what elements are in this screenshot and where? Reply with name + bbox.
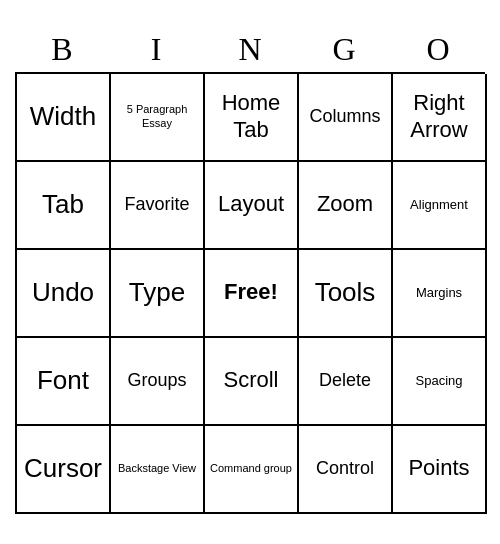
bingo-cell-r2-c4: Margins — [393, 250, 487, 338]
bingo-cell-r4-c3: Control — [299, 426, 393, 514]
cell-text-r4-c4: Points — [408, 455, 469, 481]
cell-text-r3-c0: Font — [37, 365, 89, 396]
bingo-cell-r3-c4: Spacing — [393, 338, 487, 426]
header-letter-o: O — [393, 31, 483, 68]
bingo-cell-r2-c2: Free! — [205, 250, 299, 338]
cell-text-r0-c3: Columns — [309, 106, 380, 128]
cell-text-r2-c2: Free! — [224, 279, 278, 305]
bingo-cell-r0-c3: Columns — [299, 74, 393, 162]
cell-text-r2-c1: Type — [129, 277, 185, 308]
bingo-cell-r3-c3: Delete — [299, 338, 393, 426]
cell-text-r0-c4: Right Arrow — [397, 90, 481, 143]
bingo-card: BINGO Width5 Paragraph EssayHome TabColu… — [15, 31, 485, 514]
bingo-cell-r1-c1: Favorite — [111, 162, 205, 250]
bingo-grid: Width5 Paragraph EssayHome TabColumnsRig… — [15, 72, 485, 514]
bingo-cell-r4-c1: Backstage View — [111, 426, 205, 514]
bingo-cell-r1-c4: Alignment — [393, 162, 487, 250]
cell-text-r1-c3: Zoom — [317, 191, 373, 217]
cell-text-r4-c2: Command group — [210, 462, 292, 475]
bingo-cell-r2-c1: Type — [111, 250, 205, 338]
bingo-cell-r4-c0: Cursor — [17, 426, 111, 514]
cell-text-r1-c1: Favorite — [124, 194, 189, 216]
header-letter-n: N — [205, 31, 295, 68]
bingo-cell-r3-c0: Font — [17, 338, 111, 426]
header-letter-i: I — [111, 31, 201, 68]
cell-text-r2-c3: Tools — [315, 277, 376, 308]
cell-text-r4-c0: Cursor — [24, 453, 102, 484]
bingo-cell-r3-c2: Scroll — [205, 338, 299, 426]
cell-text-r3-c1: Groups — [127, 370, 186, 392]
cell-text-r1-c4: Alignment — [410, 197, 468, 213]
header-letter-g: G — [299, 31, 389, 68]
bingo-cell-r0-c4: Right Arrow — [393, 74, 487, 162]
cell-text-r2-c4: Margins — [416, 285, 462, 301]
bingo-cell-r0-c0: Width — [17, 74, 111, 162]
cell-text-r2-c0: Undo — [32, 277, 94, 308]
bingo-cell-r3-c1: Groups — [111, 338, 205, 426]
cell-text-r0-c0: Width — [30, 101, 96, 132]
cell-text-r0-c1: 5 Paragraph Essay — [115, 103, 199, 129]
bingo-cell-r1-c0: Tab — [17, 162, 111, 250]
cell-text-r3-c3: Delete — [319, 370, 371, 392]
cell-text-r4-c3: Control — [316, 458, 374, 480]
bingo-cell-r1-c2: Layout — [205, 162, 299, 250]
bingo-cell-r4-c4: Points — [393, 426, 487, 514]
bingo-cell-r2-c0: Undo — [17, 250, 111, 338]
bingo-cell-r0-c1: 5 Paragraph Essay — [111, 74, 205, 162]
cell-text-r4-c1: Backstage View — [118, 462, 196, 475]
bingo-cell-r0-c2: Home Tab — [205, 74, 299, 162]
bingo-cell-r2-c3: Tools — [299, 250, 393, 338]
cell-text-r1-c0: Tab — [42, 189, 84, 220]
cell-text-r0-c2: Home Tab — [209, 90, 293, 143]
bingo-cell-r4-c2: Command group — [205, 426, 299, 514]
cell-text-r3-c2: Scroll — [223, 367, 278, 393]
cell-text-r1-c2: Layout — [218, 191, 284, 217]
bingo-cell-r1-c3: Zoom — [299, 162, 393, 250]
cell-text-r3-c4: Spacing — [416, 373, 463, 389]
header-letter-b: B — [17, 31, 107, 68]
bingo-header: BINGO — [15, 31, 485, 68]
